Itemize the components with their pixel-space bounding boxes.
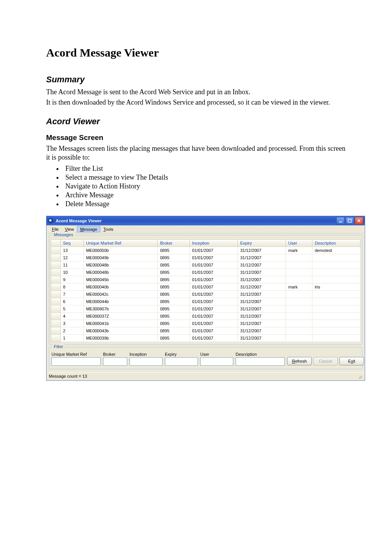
cell-inception[interactable]: 01/01/2007 (189, 298, 238, 305)
cell-user[interactable] (286, 254, 312, 261)
cell-desc[interactable] (312, 312, 360, 320)
row-header[interactable] (51, 327, 61, 334)
maximize-button[interactable] (345, 217, 354, 225)
cell-broker[interactable]: 0895 (158, 334, 189, 342)
cell-user[interactable] (286, 327, 312, 334)
cell-desc[interactable] (312, 268, 360, 276)
filter-description-input[interactable] (236, 357, 285, 366)
cell-inception[interactable]: 01/01/2007 (189, 320, 238, 327)
table-row[interactable]: 11ME000048b089501/01/200731/12/2007 (51, 261, 360, 268)
cell-desc[interactable] (312, 305, 360, 312)
cell-user[interactable] (286, 268, 312, 276)
titlebar[interactable]: Acord Message Viewer (47, 216, 365, 225)
table-row[interactable]: 13ME000050b089501/01/200731/12/2007markd… (51, 247, 360, 254)
cell-umr[interactable]: ME000043b (83, 327, 158, 334)
table-row[interactable]: 1ME000039b089501/01/200731/12/2007 (51, 334, 360, 342)
cell-seq[interactable]: 6 (61, 298, 84, 305)
cell-broker[interactable]: 0895 (158, 268, 189, 276)
messages-table[interactable]: Seq Unique Market Ref Broker Inception E… (51, 239, 360, 342)
cell-expiry[interactable]: 31/12/2007 (238, 276, 286, 283)
cell-broker[interactable]: 0895 (158, 283, 189, 290)
cell-umr[interactable]: ME000049b (83, 254, 158, 261)
table-row[interactable]: 3ME000041b089501/01/200731/12/2007 (51, 320, 360, 327)
col-expiry[interactable]: Expiry (238, 239, 286, 247)
cell-inception[interactable]: 01/01/2007 (189, 268, 238, 276)
cell-umr[interactable]: ME000044b (83, 298, 158, 305)
table-row[interactable]: 12ME000049b089501/01/200731/12/2007 (51, 254, 360, 261)
row-header[interactable] (51, 283, 61, 290)
cell-expiry[interactable]: 31/12/2007 (238, 254, 286, 261)
cell-broker[interactable]: 0895 (158, 254, 189, 261)
cell-user[interactable] (286, 261, 312, 268)
cell-desc[interactable] (312, 298, 360, 305)
row-header[interactable] (51, 261, 61, 268)
cell-umr[interactable]: ME000040b (83, 283, 158, 290)
cell-desc[interactable] (312, 290, 360, 298)
cell-seq[interactable]: 12 (61, 254, 84, 261)
cell-expiry[interactable]: 31/12/2007 (238, 305, 286, 312)
row-header[interactable] (51, 254, 61, 261)
cell-broker[interactable]: 0895 (158, 327, 189, 334)
cell-expiry[interactable]: 31/12/2007 (238, 298, 286, 305)
cell-seq[interactable]: 13 (61, 247, 84, 254)
cell-umr[interactable]: ME000045b (83, 276, 158, 283)
col-inception[interactable]: Inception (189, 239, 238, 247)
cell-user[interactable] (286, 312, 312, 320)
menu-tools[interactable]: Tools (100, 226, 116, 232)
cell-inception[interactable]: 01/01/2007 (189, 254, 238, 261)
row-header[interactable] (51, 276, 61, 283)
cell-umr[interactable]: ME000048b (83, 261, 158, 268)
cell-seq[interactable]: 9 (61, 276, 84, 283)
table-row[interactable]: 7ME000042c089501/01/200731/12/2007 (51, 290, 360, 298)
col-user[interactable]: User (286, 239, 312, 247)
cell-expiry[interactable]: 31/12/2007 (238, 312, 286, 320)
col-description[interactable]: Description (312, 239, 360, 247)
filter-broker-input[interactable] (103, 357, 127, 366)
cell-seq[interactable]: 10 (61, 268, 84, 276)
cell-desc[interactable] (312, 320, 360, 327)
cell-inception[interactable]: 01/01/2007 (189, 247, 238, 254)
cell-broker[interactable]: 0895 (158, 247, 189, 254)
cell-broker[interactable]: 0895 (158, 290, 189, 298)
filter-expiry-input[interactable] (165, 357, 198, 366)
row-header[interactable] (51, 298, 61, 305)
cell-expiry[interactable]: 31/12/2007 (238, 261, 286, 268)
col-umr[interactable]: Unique Market Ref (83, 239, 158, 247)
cell-user[interactable]: mark (286, 283, 312, 290)
cell-desc[interactable] (312, 334, 360, 342)
table-row[interactable]: 10ME000048b089501/01/200731/12/2007 (51, 268, 360, 276)
cell-broker[interactable]: 0895 (158, 298, 189, 305)
table-row[interactable]: 9ME000045b089501/01/200731/12/2007 (51, 276, 360, 283)
cell-broker[interactable]: 0895 (158, 261, 189, 268)
menu-file[interactable]: File (49, 226, 62, 232)
filter-inception-input[interactable] (130, 357, 163, 366)
cell-inception[interactable]: 01/01/2007 (189, 312, 238, 320)
cell-umr[interactable]: ME000039b (83, 334, 158, 342)
cell-seq[interactable]: 2 (61, 327, 84, 334)
cell-expiry[interactable]: 31/12/2007 (238, 247, 286, 254)
cell-expiry[interactable]: 31/12/2007 (238, 268, 286, 276)
refresh-button[interactable]: Refresh (287, 357, 312, 365)
cell-broker[interactable]: 0895 (158, 320, 189, 327)
cell-desc[interactable]: iris (312, 283, 360, 290)
row-header[interactable] (51, 312, 61, 320)
cell-umr[interactable]: ME000048b (83, 268, 158, 276)
row-header[interactable] (51, 320, 61, 327)
menu-message[interactable]: Message (77, 226, 100, 232)
row-header[interactable] (51, 334, 61, 342)
cell-inception[interactable]: 01/01/2007 (189, 334, 238, 342)
cell-seq[interactable]: 5 (61, 305, 84, 312)
col-broker[interactable]: Broker (158, 239, 189, 247)
row-header[interactable] (51, 268, 61, 276)
cell-expiry[interactable]: 31/12/2007 (238, 327, 286, 334)
filter-umr-input[interactable] (51, 357, 101, 366)
cell-broker[interactable]: 0895 (158, 312, 189, 320)
cell-user[interactable] (286, 334, 312, 342)
cell-expiry[interactable]: 31/12/2007 (238, 290, 286, 298)
filter-user-input[interactable] (200, 357, 233, 366)
row-header[interactable] (51, 305, 61, 312)
table-row[interactable]: 6ME000044b089501/01/200731/12/2007 (51, 298, 360, 305)
exit-button[interactable]: Exit (339, 357, 364, 365)
table-row[interactable]: 2ME000043b089501/01/200731/12/2007 (51, 327, 360, 334)
cell-expiry[interactable]: 31/12/2007 (238, 320, 286, 327)
